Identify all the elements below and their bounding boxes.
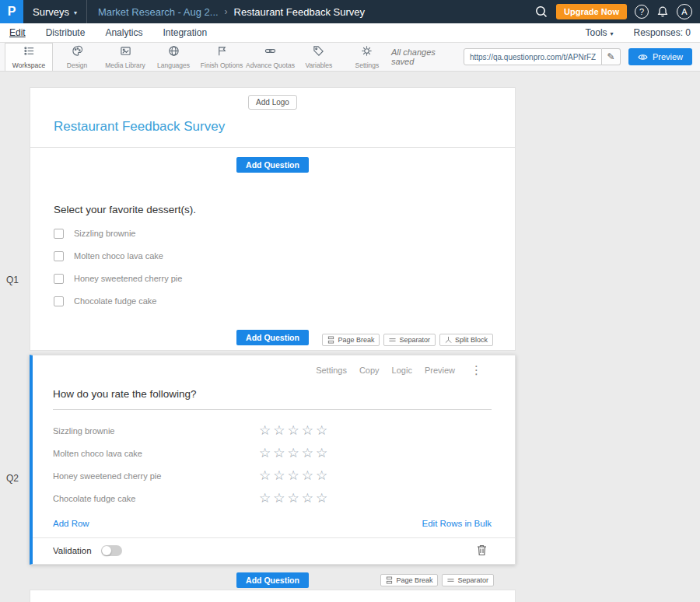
option-label[interactable]: Chocolate fudge cake [74, 296, 156, 306]
design-palette-icon [72, 45, 83, 60]
tabs-right-cluster: Tools ▾ Responses: 0 [586, 27, 691, 38]
question-2-card-selected[interactable]: Settings Copy Logic Preview ⋮ How do you… [30, 355, 516, 565]
toolbar-item-languages[interactable]: Languages [149, 43, 198, 71]
option-label[interactable]: Honey sweetened cherry pie [74, 274, 182, 283]
rating-row-label[interactable]: Sizzling brownie [53, 426, 259, 436]
question-preview-button[interactable]: Preview [425, 366, 455, 375]
notifications-bell-icon[interactable] [656, 5, 669, 18]
tab-integration[interactable]: Integration [163, 27, 207, 38]
star-rating-icons[interactable]: ☆☆☆☆☆ [259, 492, 330, 505]
separator-button[interactable]: Separator [383, 334, 436, 346]
user-avatar[interactable]: A [677, 4, 692, 19]
checkbox[interactable] [54, 274, 64, 284]
option-label[interactable]: Sizzling brownie [74, 229, 135, 238]
star-rating-icons[interactable]: ☆☆☆☆☆ [259, 424, 330, 437]
preview-button-label: Preview [653, 52, 683, 61]
validation-toggle[interactable] [101, 545, 122, 556]
chevron-down-icon: ▾ [611, 30, 614, 37]
checkbox[interactable] [54, 296, 64, 306]
languages-globe-icon [168, 45, 180, 60]
add-question-row: Add Question [30, 148, 515, 173]
questionpro-logo[interactable]: P [0, 0, 23, 23]
preview-button[interactable]: Preview [628, 48, 692, 65]
workspace-icon [23, 45, 35, 60]
tab-edit[interactable]: Edit [9, 27, 26, 38]
page-break-icon [386, 576, 393, 584]
star-rating-icons[interactable]: ☆☆☆☆☆ [259, 469, 330, 482]
edit-url-pencil-icon[interactable]: ✎ [602, 48, 621, 65]
question-logic-button[interactable]: Logic [392, 366, 412, 375]
option-row: Honey sweetened cherry pie [54, 273, 492, 284]
insert-controls-row: Add Question Page Break Separator [30, 330, 515, 350]
quota-links-icon [264, 45, 276, 60]
tab-distribute[interactable]: Distribute [46, 27, 86, 38]
surveys-dropdown[interactable]: Surveys ▾ [23, 0, 86, 23]
question-code-q1: Q1 [6, 275, 19, 285]
row-links: Add Row Edit Rows in Bulk [53, 519, 492, 528]
add-logo-button[interactable]: Add Logo [248, 95, 297, 110]
toolbar-item-media-library[interactable]: Media Library [101, 43, 149, 71]
add-row-link[interactable]: Add Row [53, 519, 89, 528]
settings-gear-icon [361, 45, 373, 60]
rating-row: Honey sweetened cherry pie ☆☆☆☆☆ [53, 464, 492, 487]
checkbox[interactable] [54, 229, 64, 239]
autosave-status: All changes saved [391, 47, 456, 66]
tab-analytics[interactable]: Analytics [105, 27, 142, 38]
survey-canvas: Q1 Q2 Add Logo Restaurant Feedback Surve… [0, 72, 700, 602]
search-icon[interactable] [534, 5, 548, 19]
rating-row: Chocolate fudge cake ☆☆☆☆☆ [53, 487, 492, 509]
toolbar-item-workspace[interactable]: Workspace [5, 43, 53, 71]
question-copy-button[interactable]: Copy [359, 366, 380, 375]
page-break-button[interactable]: Page Break [322, 334, 380, 346]
rating-row-label[interactable]: Chocolate fudge cake [53, 494, 259, 503]
builder-toolbar: Workspace Design Media Library Languages… [0, 43, 700, 72]
topbar-actions: Upgrade Now ? A [534, 4, 700, 19]
next-question-card-partial [30, 590, 516, 602]
separator-icon [447, 576, 454, 584]
chevron-down-icon: ▾ [74, 9, 77, 16]
survey-title[interactable]: Restaurant Feedback Survey [30, 110, 515, 147]
separator-button[interactable]: Separator [442, 574, 494, 586]
question-1-block: Select your favorite dessert(s). Sizzlin… [30, 173, 515, 306]
rating-row-label[interactable]: Honey sweetened cherry pie [53, 471, 259, 481]
question-settings-button[interactable]: Settings [316, 366, 347, 375]
star-rating-icons[interactable]: ☆☆☆☆☆ [259, 446, 330, 460]
question-1-text[interactable]: Select your favorite dessert(s). [54, 204, 492, 215]
add-question-button[interactable]: Add Question [236, 330, 309, 345]
add-question-button[interactable]: Add Question [236, 157, 309, 173]
question-code-q2: Q2 [6, 473, 19, 484]
breadcrumb-folder[interactable]: Market Research - Aug 2... [98, 6, 219, 18]
page-break-button[interactable]: Page Break [380, 574, 438, 586]
toolbar-item-settings[interactable]: Settings [343, 43, 391, 71]
help-icon[interactable]: ? [635, 5, 649, 19]
survey-card-header-q1: Add Logo Restaurant Feedback Survey Add … [30, 87, 516, 351]
option-row: Sizzling brownie [54, 228, 492, 239]
option-label[interactable]: Molten choco lava cake [74, 251, 163, 261]
upgrade-now-button[interactable]: Upgrade Now [556, 4, 627, 19]
share-url-input[interactable] [464, 48, 602, 65]
more-options-icon[interactable]: ⋮ [467, 363, 482, 377]
toolbar-item-design[interactable]: Design [53, 43, 101, 71]
top-bar: P Surveys ▾ Market Research - Aug 2... ›… [0, 0, 700, 23]
toolbar-item-advance-quotas[interactable]: Advance Quotas [246, 43, 295, 71]
breadcrumb: Market Research - Aug 2... › Restaurant … [98, 6, 365, 18]
split-block-button[interactable]: Split Block [439, 334, 493, 346]
tools-dropdown[interactable]: Tools ▾ [586, 27, 614, 38]
divider [86, 0, 87, 23]
checkbox[interactable] [54, 251, 64, 261]
add-question-button[interactable]: Add Question [236, 572, 309, 588]
toolbar-item-finish-options[interactable]: Finish Options [198, 43, 246, 71]
split-block-icon [445, 336, 452, 344]
question-2-text[interactable]: How do you rate the following? [53, 388, 492, 410]
toggle-knob [102, 546, 111, 555]
responses-count[interactable]: Responses: 0 [634, 27, 691, 38]
rating-row-label[interactable]: Molten choco lava cake [53, 449, 259, 458]
share-url-group: ✎ [464, 48, 621, 65]
delete-question-trash-icon[interactable] [477, 544, 487, 556]
option-row: Chocolate fudge cake [54, 296, 492, 306]
validation-label: Validation [53, 546, 92, 555]
edit-rows-in-bulk-link[interactable]: Edit Rows in Bulk [422, 519, 492, 528]
toolbar-item-variables[interactable]: Variables [295, 43, 343, 71]
option-row: Molten choco lava cake [54, 250, 492, 261]
variables-tag-icon [313, 45, 324, 60]
